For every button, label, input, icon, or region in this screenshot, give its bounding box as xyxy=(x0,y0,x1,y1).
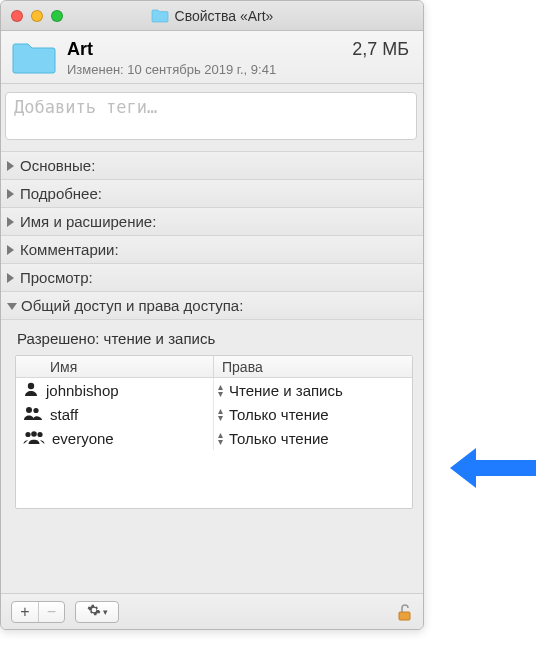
close-window-button[interactable] xyxy=(11,10,23,22)
info-header: Art 2,7 МБ Изменен: 10 сентябрь 2019 г.,… xyxy=(1,31,423,84)
stepper-icon: ▴▾ xyxy=(218,407,223,421)
section-preview[interactable]: Просмотр: xyxy=(1,264,423,292)
footer-toolbar: + − ▾ xyxy=(1,593,423,629)
privilege-value: Чтение и запись xyxy=(229,382,343,399)
window-title: Свойства «Art» xyxy=(175,8,274,24)
disclosure-triangle-icon xyxy=(7,161,14,171)
item-name: Art xyxy=(67,39,93,60)
minimize-window-button[interactable] xyxy=(31,10,43,22)
table-row[interactable]: johnbishop▴▾Чтение и запись xyxy=(16,378,412,402)
privilege-cell[interactable]: ▴▾Чтение и запись xyxy=(214,382,412,399)
lock-icon[interactable] xyxy=(397,602,413,622)
traffic-lights xyxy=(1,10,63,22)
section-sharing[interactable]: Общий доступ и права доступа: xyxy=(1,292,423,320)
disclosure-triangle-icon xyxy=(7,217,14,227)
header-text: Art 2,7 МБ Изменен: 10 сентябрь 2019 г.,… xyxy=(67,39,409,77)
user-name: everyone xyxy=(52,430,114,447)
stepper-icon: ▴▾ xyxy=(218,431,223,445)
column-label: Имя xyxy=(50,359,77,375)
name-cell: johnbishop xyxy=(16,378,214,402)
sections: Основные: Подробнее: Имя и расширение: К… xyxy=(1,151,423,519)
plus-icon: + xyxy=(20,603,29,621)
user-icon xyxy=(22,381,40,400)
privilege-cell[interactable]: ▴▾Только чтение xyxy=(214,406,412,423)
folder-icon xyxy=(11,40,57,76)
section-label: Подробнее: xyxy=(20,185,102,202)
column-header-privilege[interactable]: Права xyxy=(214,359,412,375)
privilege-value: Только чтение xyxy=(229,430,329,447)
gear-icon xyxy=(87,603,101,620)
user-name: staff xyxy=(50,406,78,423)
privilege-value: Только чтение xyxy=(229,406,329,423)
table-body: johnbishop▴▾Чтение и записьstaff▴▾Только… xyxy=(16,378,412,508)
user-icon xyxy=(22,405,44,424)
window-title-wrap: Свойства «Art» xyxy=(1,8,423,24)
callout-arrow-icon xyxy=(448,446,538,493)
column-label: Права xyxy=(222,359,263,375)
table-row[interactable]: staff▴▾Только чтение xyxy=(16,402,412,426)
section-comments[interactable]: Комментарии: xyxy=(1,236,423,264)
section-label: Просмотр: xyxy=(20,269,93,286)
get-info-window: Свойства «Art» Art 2,7 МБ Изменен: 10 се… xyxy=(0,0,424,630)
disclosure-triangle-icon xyxy=(7,189,14,199)
section-more-info[interactable]: Подробнее: xyxy=(1,180,423,208)
svg-point-4 xyxy=(31,431,37,437)
section-general[interactable]: Основные: xyxy=(1,152,423,180)
section-label: Комментарии: xyxy=(20,241,119,258)
add-user-button[interactable]: + xyxy=(12,602,38,622)
item-size: 2,7 МБ xyxy=(352,39,409,60)
section-label: Общий доступ и права доступа: xyxy=(21,297,243,314)
item-modified: Изменен: 10 сентябрь 2019 г., 9:41 xyxy=(67,62,409,77)
stepper-icon: ▴▾ xyxy=(218,383,223,397)
svg-point-2 xyxy=(33,407,38,412)
name-cell: everyone xyxy=(16,426,214,450)
section-label: Имя и расширение: xyxy=(20,213,156,230)
svg-point-0 xyxy=(28,382,34,388)
privilege-cell[interactable]: ▴▾Только чтение xyxy=(214,430,412,447)
svg-point-3 xyxy=(25,431,30,436)
folder-icon xyxy=(151,9,169,23)
user-name: johnbishop xyxy=(46,382,119,399)
action-menu-button[interactable]: ▾ xyxy=(75,601,119,623)
disclosure-triangle-icon xyxy=(7,273,14,283)
tags-input[interactable] xyxy=(5,92,417,140)
sharing-body: Разрешено: чтение и запись Имя Права joh… xyxy=(1,320,423,519)
permissions-table: Имя Права johnbishop▴▾Чтение и записьsta… xyxy=(15,355,413,509)
titlebar: Свойства «Art» xyxy=(1,1,423,31)
owner-permissions-label: Разрешено: чтение и запись xyxy=(15,326,413,355)
table-header: Имя Права xyxy=(16,356,412,378)
tags-section xyxy=(1,84,423,151)
remove-user-button[interactable]: − xyxy=(38,602,64,622)
svg-point-1 xyxy=(26,407,32,413)
chevron-down-icon: ▾ xyxy=(103,607,108,617)
section-label: Основные: xyxy=(20,157,95,174)
disclosure-triangle-icon xyxy=(7,245,14,255)
disclosure-triangle-icon xyxy=(7,303,17,310)
svg-point-5 xyxy=(37,431,42,436)
zoom-window-button[interactable] xyxy=(51,10,63,22)
table-row[interactable]: everyone▴▾Только чтение xyxy=(16,426,412,450)
name-cell: staff xyxy=(16,402,214,426)
minus-icon: − xyxy=(47,603,56,621)
column-header-name[interactable]: Имя xyxy=(16,356,214,377)
add-remove-segment: + − xyxy=(11,601,65,623)
section-name-extension[interactable]: Имя и расширение: xyxy=(1,208,423,236)
user-icon xyxy=(22,429,46,448)
